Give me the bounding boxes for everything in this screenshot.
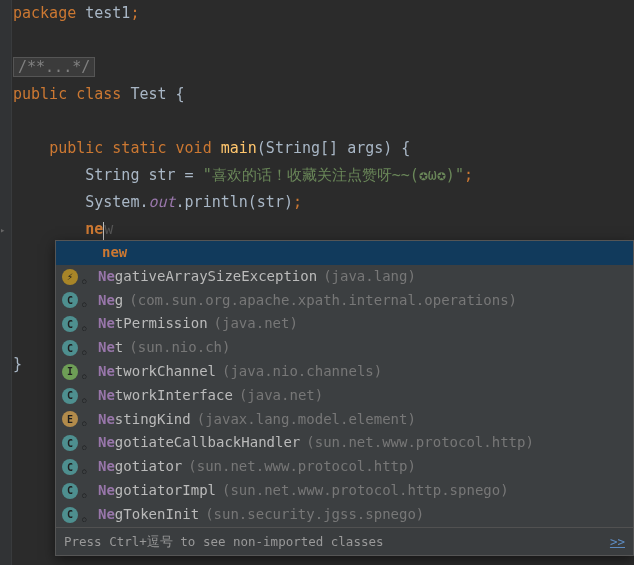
suggestion-label: NetPermission — [98, 312, 208, 336]
keyword-class: class — [76, 85, 121, 103]
keyword-package: package — [13, 4, 76, 22]
suggestion-item[interactable]: C◦NegTokenInit(sun.security.jgss.spnego) — [56, 503, 633, 527]
suggestion-item[interactable]: E◦NestingKind(javax.lang.model.element) — [56, 408, 633, 432]
kind-badge-icon: C — [62, 435, 78, 451]
suggestion-label: Neg — [98, 289, 123, 313]
visibility-icon: ◦ — [80, 437, 92, 449]
typed-text: ne — [85, 220, 103, 238]
suggestion-item[interactable]: C◦Negotiator(sun.net.www.protocol.http) — [56, 455, 633, 479]
suggestion-label: NetworkInterface — [98, 384, 233, 408]
editor-gutter: ▸ — [0, 0, 12, 565]
suggestion-item[interactable]: C◦NegotiatorImpl(sun.net.www.protocol.ht… — [56, 479, 633, 503]
field-out: out — [148, 193, 175, 211]
visibility-icon: ◦ — [80, 294, 92, 306]
autocomplete-popup[interactable]: new ⚡◦NegativeArraySizeException(java.la… — [55, 240, 634, 556]
visibility-icon: ◦ — [80, 342, 92, 354]
package-name: test1 — [85, 4, 130, 22]
suggestion-label: NegativeArraySizeException — [98, 265, 317, 289]
suggestion-package: (sun.security.jgss.spnego) — [205, 503, 424, 527]
kind-badge-icon: C — [62, 483, 78, 499]
suggestion-label: Net — [98, 336, 123, 360]
suggestion-package: (sun.nio.ch) — [129, 336, 230, 360]
class-name: Test — [130, 85, 166, 103]
suggestion-package: (javax.lang.model.element) — [197, 408, 416, 432]
footer-expand-link[interactable]: >> — [610, 531, 625, 552]
suggestion-item[interactable]: C◦Neg(com.sun.org.apache.xpath.internal.… — [56, 289, 633, 313]
kind-badge-icon: C — [62, 292, 78, 308]
suggestion-package: (com.sun.org.apache.xpath.internal.opera… — [129, 289, 517, 313]
suggestion-item[interactable]: C◦NetworkInterface(java.net) — [56, 384, 633, 408]
visibility-icon: ◦ — [80, 366, 92, 378]
visibility-icon: ◦ — [80, 271, 92, 283]
visibility-icon: ◦ — [80, 390, 92, 402]
kind-badge-icon: C — [62, 388, 78, 404]
visibility-icon: ◦ — [80, 461, 92, 473]
suggestion-item[interactable]: I◦NetworkChannel(java.nio.channels) — [56, 360, 633, 384]
string-literal: "喜欢的话！收藏关注点赞呀~~(✪ω✪)" — [203, 166, 464, 184]
visibility-icon: ◦ — [80, 509, 92, 521]
kind-badge-icon: C — [62, 316, 78, 332]
kind-badge-icon: C — [62, 340, 78, 356]
suggestion-package: (java.nio.channels) — [222, 360, 382, 384]
suggestion-package: (java.net) — [239, 384, 323, 408]
suggestion-label: NestingKind — [98, 408, 191, 432]
suggestion-package: (sun.net.www.protocol.http) — [306, 431, 534, 455]
kind-badge-icon: ⚡ — [62, 269, 78, 285]
visibility-icon: ◦ — [80, 318, 92, 330]
suggestion-item[interactable]: C◦Net(sun.nio.ch) — [56, 336, 633, 360]
suggestion-item[interactable]: C◦NegotiateCallbackHandler(sun.net.www.p… — [56, 431, 633, 455]
method-main: main — [221, 139, 257, 157]
suggestion-package: (java.net) — [214, 312, 298, 336]
kind-badge-icon: C — [62, 459, 78, 475]
kind-badge-icon: C — [62, 507, 78, 523]
suggestion-label: Negotiator — [98, 455, 182, 479]
suggestion-item[interactable]: ⚡◦NegativeArraySizeException(java.lang) — [56, 265, 633, 289]
suggestion-item[interactable]: C◦NetPermission(java.net) — [56, 312, 633, 336]
suggestion-label: NegotiatorImpl — [98, 479, 216, 503]
suggestion-label: NetworkChannel — [98, 360, 216, 384]
kind-badge-icon: I — [62, 364, 78, 380]
suggestion-package: (sun.net.www.protocol.http.spnego) — [222, 479, 509, 503]
suggestion-label: NegTokenInit — [98, 503, 199, 527]
suggestion-package: (sun.net.www.protocol.http) — [188, 455, 416, 479]
suggestion-label: NegotiateCallbackHandler — [98, 431, 300, 455]
footer-hint: Press Ctrl+逗号 to see non-imported classe… — [64, 531, 384, 552]
visibility-icon: ◦ — [80, 413, 92, 425]
kind-badge-icon: E — [62, 411, 78, 427]
folded-doc-comment[interactable]: /**...*/ — [13, 57, 95, 77]
keyword-public: public — [13, 85, 67, 103]
suggestion-package: (java.lang) — [323, 265, 416, 289]
popup-footer: Press Ctrl+逗号 to see non-imported classe… — [56, 527, 633, 555]
string-decl: String str = — [85, 166, 202, 184]
gutter-mark-icon: ▸ — [0, 222, 10, 232]
suggestion-keyword-new[interactable]: new — [56, 241, 633, 265]
visibility-icon: ◦ — [80, 485, 92, 497]
